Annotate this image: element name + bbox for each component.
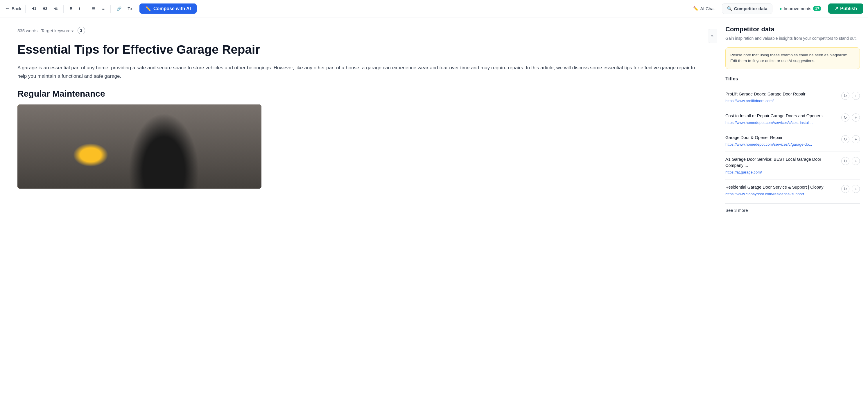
target-keywords-label: Target keywords: [41,28,74,33]
toolbar-divider-2 [63,5,64,13]
competitor-actions: ↻ + [841,92,860,100]
ai-chat-label: AI Chat [701,6,715,11]
toolbar: ← Back H1 H2 H3 B I ☰ ≡ 🔗 Tx ✏️ Compose … [0,0,868,18]
toolbar-left: ← Back H1 H2 H3 B I ☰ ≡ 🔗 Tx ✏️ Compose … [5,3,197,14]
toolbar-divider-3 [86,5,86,13]
add-icon[interactable]: + [852,135,860,143]
competitor-list: ProLift Garage Doors: Garage Door Repair… [725,87,860,201]
search-icon: 🔍 [727,6,732,11]
right-panel: Competitor data Gain inspiration and val… [717,18,868,401]
ai-chat-icon: ✏️ [693,6,699,11]
publish-button[interactable]: ↗ Publish [828,3,863,14]
refresh-icon[interactable]: ↻ [841,92,849,100]
competitor-url[interactable]: https://a1garage.com/ [725,170,762,174]
unordered-list-button[interactable]: ≡ [100,5,106,12]
competitor-info: Residential Garage Door Service & Suppor… [725,184,838,196]
publish-icon: ↗ [835,6,838,11]
competitor-actions: ↻ + [841,157,860,165]
competitor-data-button[interactable]: 🔍 Competitor data [722,3,772,14]
competitor-item: Residential Garage Door Service & Suppor… [725,179,860,201]
keyword-count-badge[interactable]: 3 [78,27,85,34]
chevron-right-icon: » [711,34,713,38]
back-label: Back [11,6,21,11]
bold-button[interactable]: B [68,5,74,12]
improvements-icon: ● [779,6,782,11]
panel-subtitle: Gain inspiration and valuable insights f… [725,35,860,41]
competitor-item: A1 Garage Door Service: BEST Local Garag… [725,152,860,179]
word-count: 535 words [18,28,37,33]
refresh-icon[interactable]: ↻ [841,185,849,193]
ordered-list-button[interactable]: ☰ [90,5,97,12]
add-icon[interactable]: + [852,185,860,193]
toolbar-divider [25,5,26,13]
competitor-info: Garage Door & Opener Repair https://www.… [725,135,838,147]
competitor-item: ProLift Garage Doors: Garage Door Repair… [725,87,860,108]
competitor-actions: ↻ + [841,113,860,122]
article-intro[interactable]: A garage is an essential part of any hom… [18,64,700,81]
editor-area[interactable]: 535 words Target keywords: 3 Essential T… [0,18,717,401]
h1-button[interactable]: H1 [30,5,38,12]
refresh-icon[interactable]: ↻ [841,135,849,143]
refresh-icon[interactable]: ↻ [841,113,849,122]
add-icon[interactable]: + [852,157,860,165]
refresh-icon[interactable]: ↻ [841,157,849,165]
compose-icon: ✏️ [145,6,151,11]
add-icon[interactable]: + [852,92,860,100]
competitor-url[interactable]: https://www.clopaydoor.com/residential/s… [725,192,804,196]
improvements-label: Improvements [784,6,811,11]
competitor-name: A1 Garage Door Service: BEST Local Garag… [725,157,838,168]
competitor-url[interactable]: https://www.homedepot.com/services/c/cos… [725,121,813,125]
back-button[interactable]: ← Back [5,5,21,11]
competitor-actions: ↻ + [841,185,860,193]
article-section-h2[interactable]: Regular Maintenance [18,89,700,99]
competitor-name: Residential Garage Door Service & Suppor… [725,184,838,190]
panel-title: Competitor data [725,26,860,33]
link-button[interactable]: 🔗 [115,5,123,12]
competitor-info: Cost to Install or Repair Garage Doors a… [725,113,838,125]
competitor-url[interactable]: https://www.proliftdoors.com/ [725,99,774,103]
compose-label: Compose with AI [153,6,191,11]
competitor-actions: ↻ + [841,135,860,143]
add-icon[interactable]: + [852,113,860,122]
improvements-button[interactable]: ● Improvements 17 [776,4,825,13]
competitor-item: Cost to Install or Repair Garage Doors a… [725,108,860,130]
article-title[interactable]: Essential Tips for Effective Garage Repa… [18,42,700,57]
main-layout: 535 words Target keywords: 3 Essential T… [0,18,868,401]
meta-bar: 535 words Target keywords: 3 [18,27,700,34]
collapse-panel-toggle[interactable]: » [708,29,717,43]
h2-button[interactable]: H2 [41,5,49,12]
article-image [18,104,261,189]
competitor-url[interactable]: https://www.homedepot.com/services/c/gar… [725,142,812,146]
italic-button[interactable]: I [77,5,82,12]
toolbar-right: ✏️ AI Chat 🔍 Competitor data ● Improveme… [690,3,863,14]
see-more-label: See 3 more [725,208,748,213]
competitor-info: ProLift Garage Doors: Garage Door Repair… [725,91,838,103]
competitor-label: Competitor data [734,6,768,11]
publish-label: Publish [840,6,857,11]
ai-chat-button[interactable]: ✏️ AI Chat [690,4,718,13]
compose-with-ai-button[interactable]: ✏️ Compose with AI [140,3,197,14]
warning-text: Please note that using these examples co… [730,53,848,63]
back-arrow-icon: ← [5,5,10,11]
titles-section-label: Titles [725,76,860,82]
competitor-name: Garage Door & Opener Repair [725,135,838,140]
see-more-button[interactable]: See 3 more [725,204,860,217]
clear-format-button[interactable]: Tx [126,5,134,12]
improvements-count: 17 [813,6,821,11]
plagiarism-warning: Please note that using these examples co… [725,47,860,69]
competitor-info: A1 Garage Door Service: BEST Local Garag… [725,157,838,175]
competitor-item: Garage Door & Opener Repair https://www.… [725,130,860,152]
competitor-name: Cost to Install or Repair Garage Doors a… [725,113,838,119]
h3-button[interactable]: H3 [52,6,59,11]
competitor-name: ProLift Garage Doors: Garage Door Repair [725,91,838,97]
